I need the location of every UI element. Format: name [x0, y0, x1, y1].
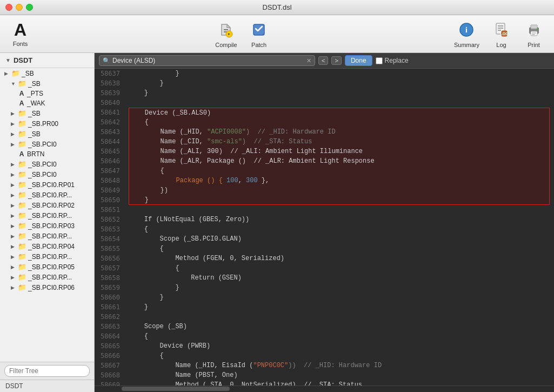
- line-number: 58659: [99, 283, 120, 293]
- horizontal-scrollbar[interactable]: [95, 386, 554, 392]
- line-number: 58654: [99, 234, 120, 244]
- log-button[interactable]: LOG Log: [486, 18, 516, 50]
- tree-chevron-icon: ▶: [11, 162, 16, 167]
- svg-text:LOG: LOG: [500, 32, 509, 36]
- horizontal-scrollbar-thumb[interactable]: [122, 387, 230, 391]
- line-number: 58651: [99, 205, 120, 215]
- line-number: 58650: [99, 195, 120, 205]
- line-number: 58643: [99, 127, 120, 137]
- sidebar-item[interactable]: ▶📁_SB: [0, 129, 94, 139]
- tree-chevron-icon: ▶: [11, 111, 16, 116]
- patch-button[interactable]: Patch: [244, 18, 274, 50]
- sidebar-item[interactable]: ▶📁_SB.PR00: [0, 118, 94, 129]
- minimize-button[interactable]: [16, 4, 23, 11]
- replace-checkbox[interactable]: [376, 57, 383, 64]
- search-input[interactable]: [112, 57, 306, 64]
- window-title: DSDT.dsl: [262, 3, 291, 11]
- code-line: {: [129, 166, 550, 176]
- sidebar-item[interactable]: ▶📁_SB: [0, 108, 94, 118]
- sidebar-filter: [0, 362, 94, 380]
- folder-icon: 📁: [18, 160, 26, 168]
- line-number: 58667: [99, 361, 120, 370]
- search-next-button[interactable]: >: [331, 56, 341, 65]
- sidebar-item[interactable]: ▶📁_SB.PCI0: [0, 169, 94, 180]
- sidebar-item[interactable]: ▶📁_SB.PCI0.RP06: [0, 282, 94, 293]
- sidebar-item[interactable]: ▶📁_SB.PCI0.RP...: [0, 251, 94, 262]
- fonts-icon: A: [14, 21, 26, 38]
- window-controls: [5, 4, 33, 11]
- line-number: 58660: [99, 293, 120, 302]
- code-content[interactable]: 5863758638586395864058641586425864358644…: [95, 69, 554, 386]
- code-line: Scope (_SB): [129, 322, 550, 331]
- line-number: 58645: [99, 147, 120, 156]
- search-prev-button[interactable]: <: [318, 56, 328, 65]
- log-label: Log: [496, 42, 506, 48]
- fonts-button[interactable]: A Fonts: [5, 19, 35, 49]
- sidebar-header[interactable]: ▼ DSDT: [0, 53, 94, 68]
- sidebar-item[interactable]: A_PTS: [0, 89, 94, 98]
- sidebar-item[interactable]: ▶📁_SB.PCI0.RP01: [0, 180, 94, 190]
- summary-button[interactable]: i Summary: [450, 18, 484, 50]
- sidebar-item[interactable]: ▶📁_SB.PCI0.RP03: [0, 221, 94, 231]
- patch-icon: [249, 20, 269, 39]
- font-icon: A: [18, 150, 25, 158]
- sidebar-item[interactable]: ▶📁_SB.PCI0: [0, 159, 94, 169]
- maximize-button[interactable]: [26, 4, 33, 11]
- search-done-button[interactable]: Done: [345, 55, 372, 66]
- tree-item-label: _SB.PCI0.RP06: [28, 284, 75, 291]
- tree-chevron-icon: ▶: [11, 142, 16, 147]
- sidebar-item[interactable]: ABRTN: [0, 149, 94, 159]
- tree-chevron-icon: ▶: [11, 121, 16, 127]
- sidebar-item[interactable]: ▶📁_SB: [0, 68, 94, 78]
- main-content: ▼ DSDT ▶📁_SB▼📁_SBA_PTSA_WAK▶📁_SB▶📁_SB.PR…: [0, 53, 554, 392]
- code-line: }: [129, 293, 550, 302]
- search-icon: 🔍: [103, 57, 110, 64]
- line-number: 58648: [99, 176, 120, 185]
- title-bar: DSDT.dsl: [0, 0, 554, 15]
- sidebar-item[interactable]: ▼📁_SB: [0, 78, 94, 89]
- folder-icon: 📁: [18, 140, 26, 148]
- sidebar-item[interactable]: ▶📁_SB.PCI0.RP04: [0, 241, 94, 251]
- tree-item-label: _SB.PCI0.RP01: [28, 181, 75, 189]
- line-number: 58647: [99, 166, 120, 176]
- toolbar: A Fonts Compile Patch: [0, 15, 554, 53]
- code-lines: } } } Device (_SB.ALS0) { Name (_HID, "A…: [124, 69, 554, 386]
- fonts-label: Fonts: [13, 41, 28, 47]
- line-number: 58638: [99, 78, 120, 88]
- folder-icon: 📁: [11, 69, 20, 77]
- line-number: 58644: [99, 137, 120, 147]
- line-number: 58649: [99, 185, 120, 195]
- compile-button[interactable]: Compile: [211, 18, 241, 50]
- line-number: 58639: [99, 88, 120, 98]
- tree-chevron-icon: ▶: [11, 234, 16, 239]
- line-number: 58664: [99, 331, 120, 341]
- search-bar: 🔍 ✕ < > Done Replace: [95, 53, 554, 69]
- sidebar-item[interactable]: ▶📁_SB.PCI0.RP...: [0, 231, 94, 241]
- tree-item-label: _SB.PCI0.RP...: [28, 212, 72, 220]
- code-line: Return (GSEN): [129, 273, 550, 283]
- code-line: }: [129, 78, 550, 88]
- filter-input[interactable]: [4, 365, 90, 377]
- folder-icon: 📁: [18, 253, 26, 261]
- svg-text:i: i: [466, 26, 468, 34]
- code-line: {: [129, 351, 550, 361]
- sidebar-item[interactable]: ▶📁_SB.PCI0.RP...: [0, 272, 94, 282]
- line-number: 58652: [99, 215, 120, 224]
- sidebar-item[interactable]: ▶📁_SB.PCI0.RP02: [0, 200, 94, 210]
- log-icon: LOG: [492, 20, 511, 39]
- replace-text: Replace: [385, 57, 409, 64]
- close-button[interactable]: [5, 4, 12, 11]
- folder-icon: 📁: [18, 211, 26, 220]
- sidebar-item[interactable]: A_WAK: [0, 98, 94, 108]
- sidebar-item[interactable]: ▶📁_SB.PCI0: [0, 139, 94, 149]
- search-clear-icon[interactable]: ✕: [306, 57, 311, 64]
- folder-icon: 📁: [18, 130, 26, 138]
- sidebar-item[interactable]: ▶📁_SB.PCI0.RP...: [0, 210, 94, 221]
- sidebar-item[interactable]: ▶📁_SB.PCI0.RP...: [0, 190, 94, 200]
- code-line: Name (PBST, One): [129, 370, 550, 380]
- tree-item-label: _SB.PCI0.RP...: [28, 253, 72, 261]
- sidebar-item[interactable]: ▶📁_SB.PCI0.RP05: [0, 262, 94, 272]
- tree-chevron-icon: ▶: [11, 131, 16, 137]
- line-number: 58663: [99, 322, 120, 331]
- print-button[interactable]: Print: [519, 18, 549, 50]
